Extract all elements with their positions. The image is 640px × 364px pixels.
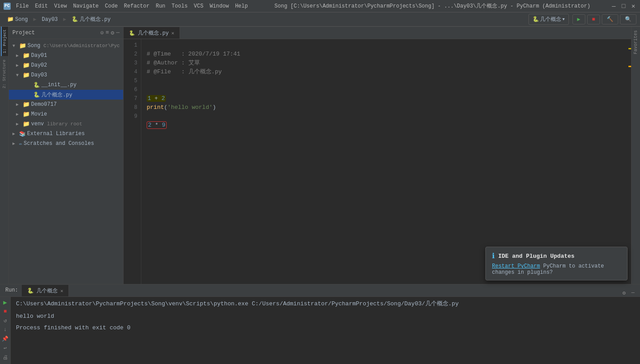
run-config-dropdown[interactable]: 🐍 几个概念 ▼ (528, 14, 568, 25)
run-button[interactable]: ▶ (572, 14, 585, 24)
menu-run[interactable]: Run (153, 2, 168, 10)
settings-icon[interactable]: ⚙ (111, 29, 114, 36)
tree-demo0717[interactable]: ▶ 📁 Demo0717 (9, 100, 123, 109)
expand-arrow-icon: ▶ (16, 102, 21, 107)
tab-label: 几个概念.py (138, 29, 169, 37)
bottom-panel: Run: 🐍 几个概念 ✕ ⚙ ─ ▶ ■ ↺ ↓ 📌 ↩ 🖨 ⋮ C:\Use… (0, 284, 640, 364)
minimize-button[interactable]: — (611, 3, 617, 9)
tree-init-py[interactable]: 🐍 __init__.py (9, 80, 123, 90)
menu-refactor[interactable]: Refactor (121, 2, 152, 10)
root-folder-icon: 📁 (19, 42, 26, 49)
venv-tag: library root (47, 121, 82, 127)
build-button[interactable]: 🔨 (602, 14, 618, 24)
hide-panel-icon[interactable]: ─ (116, 29, 120, 36)
highlight-expression: 1 + 2 (147, 95, 166, 102)
structure-side-tab[interactable]: 2: Structure (1, 58, 8, 90)
window-title: Song [C:\Users\Administrator\PycharmProj… (254, 2, 611, 10)
tree-day03[interactable]: ▼ 📁 Day03 (9, 70, 123, 80)
day01-folder-icon: 📁 (23, 52, 30, 59)
menu-view[interactable]: View (52, 2, 70, 10)
stop-run-button[interactable]: ■ (2, 308, 9, 315)
tree-main-py[interactable]: 🐍 几个概念.py (9, 90, 123, 100)
tree-scratches[interactable]: ▶ ✏ Scratches and Consoles (9, 139, 123, 148)
wrap-output-button[interactable]: ↩ (2, 345, 9, 352)
menu-bar[interactable]: File Edit View Navigate Code Refactor Ru… (13, 2, 251, 10)
close-button[interactable]: ✕ (630, 3, 636, 9)
menu-file[interactable]: File (13, 2, 32, 10)
run-tab-close[interactable]: ✕ (60, 288, 64, 294)
console-hello-world: hello world (16, 312, 635, 321)
process-finished-line: Process finished with exit code 0 (16, 324, 635, 332)
scroll-to-end-button[interactable]: ↓ (2, 327, 9, 333)
restart-link[interactable]: Restart PyCharm (492, 263, 540, 269)
tree-venv[interactable]: ▶ 📁 venv library root (9, 119, 123, 129)
locate-icon[interactable]: ⊙ (100, 29, 104, 36)
run-config-icon: 🐍 (532, 16, 539, 23)
run-tab-label: 几个概念 (36, 287, 58, 295)
code-line-6: 1 + 2 (147, 95, 166, 102)
run-config-name: 几个概念 (540, 16, 561, 23)
code-line-2: # @Author : 艾草 (147, 60, 200, 66)
menu-window[interactable]: Window (207, 2, 232, 10)
project-side-tab[interactable]: 1: Project (1, 27, 8, 56)
day03-folder-icon: 📁 (23, 72, 30, 79)
dropdown-arrow-icon: ▼ (562, 17, 564, 22)
tree-root[interactable]: ▼ 📁 Song C:\Users\Administrator\Pyc (9, 41, 123, 51)
expand-arrow-icon: ▶ (16, 121, 21, 127)
code-line-1: # @Time : 2020/7/19 17:41 (147, 51, 240, 57)
project-title: Project (12, 30, 98, 36)
movie-folder-icon: 📁 (23, 111, 30, 118)
rerun-button[interactable]: ↺ (2, 317, 9, 324)
editor-tab-main[interactable]: 🐍 几个概念.py ✕ (124, 27, 180, 39)
search-button[interactable]: 🔍 (620, 14, 636, 24)
tab-close-button[interactable]: ✕ (172, 30, 175, 36)
run-toolbar: ▶ ■ ↺ ↓ 📌 ↩ 🖨 ⋮ (0, 297, 11, 364)
settings-gear-icon[interactable]: ⚙ (620, 289, 628, 296)
favorites-side-tab[interactable]: Favorites (632, 28, 639, 56)
stop-icon: ■ (592, 16, 595, 23)
close-bottom-icon[interactable]: ─ (629, 289, 636, 296)
expand-arrow-icon: ▶ (12, 131, 18, 136)
maximize-button[interactable]: □ (620, 3, 627, 9)
tree-day02[interactable]: ▶ 📁 Day02 (9, 60, 123, 70)
notification-popup: ℹ IDE and Plugin Updates Restart PyCharm… (485, 247, 628, 280)
menu-navigate[interactable]: Navigate (70, 2, 101, 10)
title-bar: PC File Edit View Navigate Code Refactor… (0, 0, 640, 12)
print-button[interactable]: 🖨 (2, 354, 9, 361)
expand-arrow-icon: ▼ (16, 73, 21, 78)
project-breadcrumb[interactable]: 📁 Song (4, 15, 32, 24)
gutter-marker-2 (628, 66, 631, 67)
menu-edit[interactable]: Edit (32, 2, 51, 10)
day01-label: Day01 (31, 52, 47, 59)
run-label: Run: (5, 284, 18, 296)
tree-movie[interactable]: ▶ 📁 Movie (9, 109, 123, 119)
scratches-label: Scratches and Consoles (24, 140, 94, 147)
expand-arrow-icon: ▶ (16, 63, 21, 68)
code-line-3: # @File : 几个概念.py (147, 68, 222, 75)
window-controls[interactable]: — □ ✕ (611, 3, 636, 9)
project-header-icons[interactable]: ⊙ ≡ ⚙ ─ (100, 29, 120, 36)
menu-help[interactable]: Help (232, 2, 251, 10)
main-py-icon: 🐍 (33, 92, 40, 98)
menu-code[interactable]: Code (102, 2, 120, 10)
notification-body: Restart PyCharm PyCharm to activate chan… (492, 263, 621, 276)
menu-vcs[interactable]: VCS (191, 2, 206, 10)
project-name: Song (15, 16, 28, 23)
bottom-tab-controls: ⚙ ─ (617, 289, 640, 296)
tree-ext-libs[interactable]: ▶ 📚 External Libraries (9, 129, 123, 139)
main-py-label: 几个概念.py (41, 91, 72, 99)
tree-day01[interactable]: ▶ 📁 Day01 (9, 51, 123, 60)
day03-breadcrumb[interactable]: Day03 (38, 15, 61, 24)
stop-button[interactable]: ■ (587, 15, 600, 24)
menu-tools[interactable]: Tools (169, 2, 190, 10)
run-play-button[interactable]: ▶ (2, 299, 9, 306)
run-tab-icon: 🐍 (27, 288, 34, 294)
expand-arrow-icon: ▶ (16, 53, 21, 58)
run-tab[interactable]: 🐍 几个概念 ✕ (22, 285, 69, 296)
notification-header: ℹ IDE and Plugin Updates (492, 252, 621, 260)
file-breadcrumb[interactable]: 🐍 几个概念.py (68, 14, 114, 24)
init-py-icon: 🐍 (33, 82, 40, 88)
collapse-all-icon[interactable]: ≡ (106, 29, 109, 36)
pin-tab-button[interactable]: 📌 (2, 336, 9, 342)
expand-arrow-icon: ▶ (16, 112, 21, 117)
